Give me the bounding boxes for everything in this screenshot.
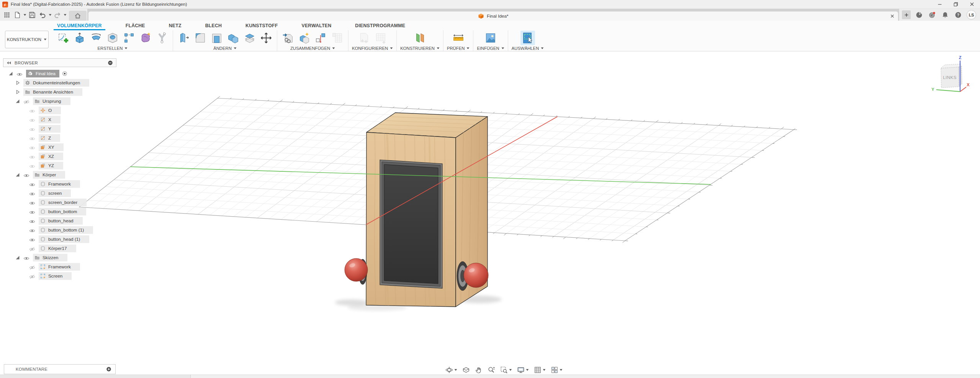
chevron-down-icon[interactable] xyxy=(454,369,457,371)
visibility-eye-icon[interactable] xyxy=(29,136,36,141)
ribbon-tab-dienstprogramme[interactable]: DIENSTPROGRAMME xyxy=(352,23,409,30)
app-grid-menu-button[interactable] xyxy=(2,10,11,20)
browser-node-label[interactable]: screen xyxy=(39,189,71,197)
constructionplane-tool-button[interactable] xyxy=(413,31,427,45)
visibility-eye-icon[interactable] xyxy=(29,117,36,122)
ribbon-group-label-konstruieren[interactable]: KONSTRUIEREN xyxy=(400,46,440,51)
fit-nav-button[interactable] xyxy=(500,366,512,374)
browser-row-final-idea[interactable]: Final Idea xyxy=(3,69,116,78)
browser-row-xz[interactable]: XZ xyxy=(3,152,116,161)
construction-dropdown-button[interactable]: KONSTRUKTION xyxy=(5,31,49,48)
canvas-tool-button[interactable] xyxy=(483,31,498,45)
browser-row-o[interactable]: O xyxy=(3,106,116,115)
browser-row-screen-border[interactable]: screen_border xyxy=(3,198,116,207)
browser-node-label[interactable]: Framework xyxy=(39,180,80,188)
ribbon-group-label-andern[interactable]: ÄNDERN xyxy=(213,46,237,51)
sketch-tool-button[interactable] xyxy=(56,31,70,45)
browser-row-dokumenteinstellungen[interactable]: Dokumenteinstellungen xyxy=(3,78,116,87)
joint-tool-button[interactable] xyxy=(314,31,328,45)
browser-node-label[interactable]: Dokumenteinstellungen xyxy=(23,79,89,87)
browser-row-screen[interactable]: Screen xyxy=(3,271,116,281)
job-status-button[interactable] xyxy=(928,10,937,20)
browser-node-label[interactable]: Framework xyxy=(39,263,80,271)
browser-row-korper[interactable]: Körper xyxy=(3,170,116,179)
expand-node-icon[interactable] xyxy=(15,80,20,86)
visibility-eye-icon[interactable] xyxy=(23,99,30,104)
form-tool-button[interactable] xyxy=(138,31,153,45)
model-screen-body[interactable] xyxy=(384,164,438,284)
chevron-down-icon[interactable] xyxy=(560,369,563,371)
browser-node-label[interactable]: button_bottom (1) xyxy=(39,226,93,234)
collapse-node-icon[interactable] xyxy=(15,172,20,178)
visibility-eye-icon[interactable] xyxy=(23,255,30,260)
browser-row-button-bottom[interactable]: button_bottom xyxy=(3,207,116,216)
activate-component-radio[interactable] xyxy=(62,71,67,76)
browser-node-label[interactable]: screen_border xyxy=(39,199,87,206)
browser-node-label[interactable]: Y xyxy=(39,125,61,133)
chevron-down-icon[interactable] xyxy=(509,369,512,371)
browser-node-label[interactable]: Ursprung xyxy=(33,97,70,105)
visibility-eye-icon[interactable] xyxy=(29,191,36,196)
ribbon-tab-volumenkorper[interactable]: VOLUMENKÖRPER xyxy=(54,23,105,30)
browser-row-korper17[interactable]: Körper17 xyxy=(3,244,116,253)
visibility-eye-icon[interactable] xyxy=(29,219,36,224)
browser-row-y[interactable]: Y xyxy=(3,124,116,133)
ribbon-group-label-konfigurieren[interactable]: KONFIGURIEREN xyxy=(352,46,393,51)
visibility-eye-icon[interactable] xyxy=(16,71,23,76)
browser-node-label[interactable]: Screen xyxy=(39,272,72,280)
ribbon-group-label-zusammenfugen[interactable]: ZUSAMMENFÜGEN xyxy=(290,46,335,51)
visibility-eye-icon[interactable] xyxy=(29,209,36,214)
browser-row-button-head[interactable]: button_head xyxy=(3,216,116,225)
visibility-eye-icon[interactable] xyxy=(29,108,36,113)
extensions-button[interactable] xyxy=(915,10,924,20)
hole-tool-button[interactable] xyxy=(105,31,120,45)
visibility-eye-icon[interactable] xyxy=(29,265,36,270)
pipe-tool-button[interactable] xyxy=(155,31,169,45)
window-close-button[interactable] xyxy=(964,0,980,8)
browser-row-screen[interactable]: screen xyxy=(3,189,116,198)
notifications-bell-button[interactable] xyxy=(941,10,950,20)
newcomponent-tool-button[interactable] xyxy=(297,31,312,45)
expand-node-icon[interactable] xyxy=(15,89,20,95)
display-settings-nav-button[interactable] xyxy=(517,366,529,374)
3d-viewport[interactable]: BROWSER Final IdeaDokumenteinstellungenB… xyxy=(0,51,980,378)
user-avatar[interactable]: LS xyxy=(967,10,976,20)
browser-row-framework[interactable]: Framework xyxy=(3,262,116,271)
browser-row-button-bottom-1[interactable]: button_bottom (1) xyxy=(3,225,116,235)
browser-node-label[interactable]: X xyxy=(39,116,61,123)
browser-node-label[interactable]: Z xyxy=(39,134,60,142)
browser-row-yz[interactable]: YZ xyxy=(3,161,116,170)
ribbon-tab-flache[interactable]: FLÄCHE xyxy=(122,23,149,30)
measure-tool-button[interactable] xyxy=(451,31,466,45)
browser-collapse-icon[interactable] xyxy=(7,61,11,65)
help-button[interactable]: ? xyxy=(954,10,963,20)
collapse-node-icon[interactable] xyxy=(15,255,20,261)
viewcube-face-label[interactable]: LINKS xyxy=(943,75,957,80)
visibility-eye-icon[interactable] xyxy=(29,127,36,131)
model-button-left[interactable] xyxy=(345,258,368,284)
browser-row-button-head-1[interactable]: button_head (1) xyxy=(3,235,116,244)
browser-node-label[interactable]: XZ xyxy=(39,153,63,160)
combine-tool-button[interactable] xyxy=(226,31,241,45)
insert-tool-button[interactable] xyxy=(281,31,295,45)
visibility-eye-icon[interactable] xyxy=(23,173,30,177)
fillet-tool-button[interactable] xyxy=(193,31,208,45)
collapse-node-icon[interactable] xyxy=(15,99,20,104)
visibility-eye-icon[interactable] xyxy=(29,246,36,251)
pan-nav-button[interactable] xyxy=(475,366,483,374)
browser-node-label[interactable]: Körper17 xyxy=(39,245,76,252)
browser-node-label[interactable]: Benannte Ansichten xyxy=(23,88,82,96)
browser-node-label[interactable]: button_bottom xyxy=(39,208,86,215)
home-tab-button[interactable] xyxy=(69,11,87,21)
visibility-eye-icon[interactable] xyxy=(29,163,36,168)
extrude-tool-button[interactable] xyxy=(72,31,87,45)
move-tool-button[interactable] xyxy=(259,31,273,45)
look-at-nav-button[interactable] xyxy=(462,366,470,374)
select-tool-button[interactable] xyxy=(520,31,535,45)
browser-row-ursprung[interactable]: Ursprung xyxy=(3,97,116,106)
presspull-tool-button[interactable] xyxy=(177,31,191,45)
browser-minimize-icon[interactable] xyxy=(108,60,113,66)
browser-node-label[interactable]: button_head (1) xyxy=(39,235,89,243)
offset-tool-button[interactable] xyxy=(242,31,257,45)
file-menu-button[interactable] xyxy=(13,10,22,20)
